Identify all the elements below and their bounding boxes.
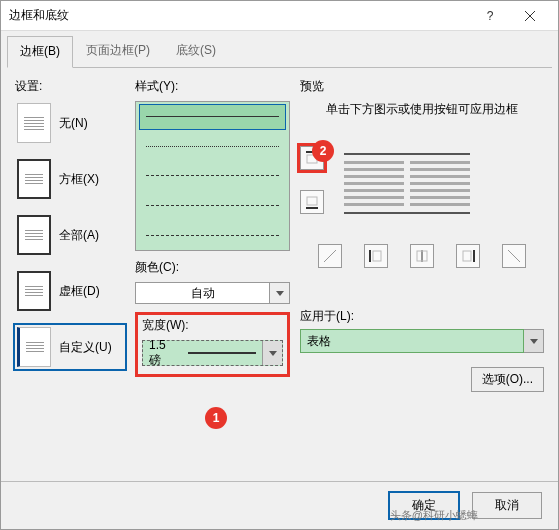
width-select[interactable]: 1.5 磅 (142, 340, 283, 366)
settings-label: 设置: (15, 78, 125, 95)
tab-border[interactable]: 边框(B) (7, 36, 73, 68)
options-button[interactable]: 选项(O)... (471, 367, 544, 392)
apply-to-select[interactable]: 表格 (300, 329, 544, 353)
style-option-solid[interactable] (140, 105, 285, 129)
diag-icon (323, 249, 337, 263)
border-left-button[interactable] (364, 244, 388, 268)
setting-custom[interactable]: 自定义(U) (15, 325, 125, 369)
tab-page-border[interactable]: 页面边框(P) (73, 35, 163, 67)
preview-label: 预览 (300, 78, 544, 95)
border-diag2-button[interactable] (502, 244, 526, 268)
callout-1: 1 (205, 407, 227, 429)
dialog-title: 边框和底纹 (9, 7, 470, 24)
width-label: 宽度(W): (142, 317, 283, 334)
preview-diagram[interactable] (332, 128, 482, 238)
style-option-dash3[interactable] (140, 223, 285, 247)
color-label: 颜色(C): (135, 259, 290, 276)
watermark: 头条@科研小蟋蟀 (390, 508, 478, 523)
dashed-icon (17, 271, 51, 311)
border-left-icon (369, 249, 383, 263)
border-right-button[interactable] (456, 244, 480, 268)
svg-rect-8 (373, 251, 381, 261)
preview-hint: 单击下方图示或使用按钮可应用边框 (300, 101, 544, 118)
border-bottom-button[interactable] (300, 190, 324, 214)
style-option-dash2[interactable] (140, 194, 285, 218)
custom-icon (17, 327, 51, 367)
close-button[interactable] (510, 2, 550, 30)
setting-none[interactable]: 无(N) (15, 101, 125, 145)
style-label: 样式(Y): (135, 78, 290, 95)
callout-2: 2 (312, 140, 334, 162)
none-icon (17, 103, 51, 143)
close-icon (525, 11, 535, 21)
tab-shading[interactable]: 底纹(S) (163, 35, 229, 67)
all-icon (17, 215, 51, 255)
border-bottom-icon (305, 195, 319, 209)
border-center-icon (415, 249, 429, 263)
svg-rect-11 (463, 251, 471, 261)
style-list[interactable] (135, 101, 290, 251)
style-option-dot[interactable] (140, 135, 285, 159)
color-select[interactable]: 自动 (135, 282, 290, 304)
setting-all[interactable]: 全部(A) (15, 213, 125, 257)
help-button[interactable]: ? (470, 2, 510, 30)
chevron-down-icon (524, 329, 544, 353)
apply-to-label: 应用于(L): (300, 308, 544, 325)
diag2-icon (507, 249, 521, 263)
border-right-icon (461, 249, 475, 263)
chevron-down-icon (270, 282, 290, 304)
svg-rect-4 (307, 197, 317, 205)
chevron-down-icon (262, 341, 282, 365)
setting-box[interactable]: 方框(X) (15, 157, 125, 201)
border-diag1-button[interactable] (318, 244, 342, 268)
svg-line-6 (324, 250, 336, 262)
svg-line-13 (508, 250, 520, 262)
box-icon (17, 159, 51, 199)
setting-dashed[interactable]: 虚框(D) (15, 269, 125, 313)
border-center-button[interactable] (410, 244, 434, 268)
style-option-dash1[interactable] (140, 164, 285, 188)
cancel-button[interactable]: 取消 (472, 492, 542, 519)
